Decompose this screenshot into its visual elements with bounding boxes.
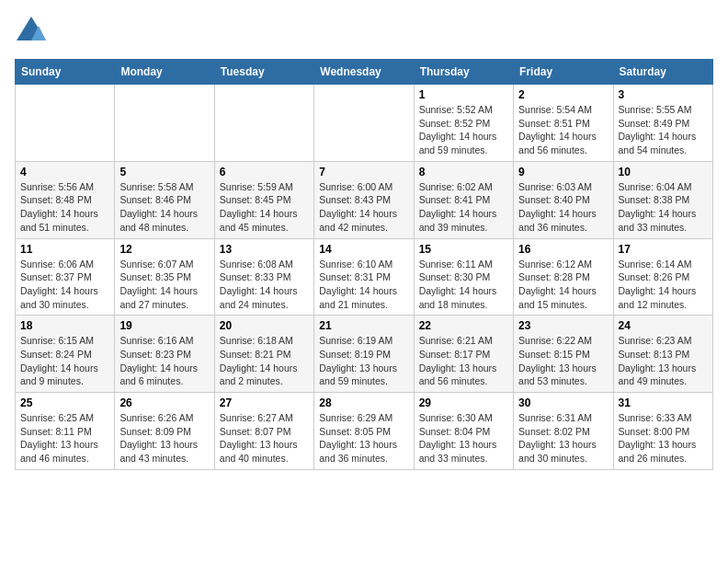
day-content: Sunrise: 6:27 AM Sunset: 8:07 PM Dayligh… (220, 411, 309, 465)
day-content: Sunrise: 6:23 AM Sunset: 8:13 PM Dayligh… (619, 334, 708, 388)
page-header (15, 15, 713, 48)
calendar-day-cell: 13Sunrise: 6:08 AM Sunset: 8:33 PM Dayli… (214, 238, 313, 316)
day-of-week-header: Tuesday (214, 60, 313, 85)
calendar-day-cell (16, 85, 115, 162)
day-number: 20 (220, 319, 309, 332)
day-number: 26 (119, 396, 209, 409)
calendar-header-row: SundayMondayTuesdayWednesdayThursdayFrid… (16, 60, 713, 85)
day-number: 7 (319, 166, 408, 178)
day-number: 17 (619, 243, 708, 256)
calendar-day-cell: 11Sunrise: 6:06 AM Sunset: 8:37 PM Dayli… (16, 238, 115, 316)
day-number: 10 (619, 166, 708, 178)
calendar-day-cell: 22Sunrise: 6:21 AM Sunset: 8:17 PM Dayli… (414, 316, 513, 393)
calendar-day-cell: 10Sunrise: 6:04 AM Sunset: 8:38 PM Dayli… (613, 161, 712, 238)
day-number: 18 (20, 319, 109, 332)
day-content: Sunrise: 6:22 AM Sunset: 8:15 PM Dayligh… (518, 334, 608, 388)
day-content: Sunrise: 6:19 AM Sunset: 8:19 PM Dayligh… (319, 334, 408, 388)
day-content: Sunrise: 6:18 AM Sunset: 8:21 PM Dayligh… (220, 334, 309, 388)
day-of-week-header: Thursday (414, 60, 513, 85)
day-number: 28 (319, 396, 408, 409)
logo (15, 15, 51, 48)
day-content: Sunrise: 6:07 AM Sunset: 8:35 PM Dayligh… (119, 258, 209, 312)
calendar-day-cell: 19Sunrise: 6:16 AM Sunset: 8:23 PM Dayli… (115, 316, 214, 393)
day-number: 13 (220, 243, 309, 256)
day-number: 19 (119, 319, 209, 332)
calendar-day-cell: 21Sunrise: 6:19 AM Sunset: 8:19 PM Dayli… (314, 316, 414, 393)
day-of-week-header: Monday (115, 60, 214, 85)
day-content: Sunrise: 5:55 AM Sunset: 8:49 PM Dayligh… (619, 103, 708, 157)
day-content: Sunrise: 5:54 AM Sunset: 8:51 PM Dayligh… (518, 103, 608, 157)
day-content: Sunrise: 6:03 AM Sunset: 8:40 PM Dayligh… (518, 180, 608, 235)
day-number: 4 (20, 166, 109, 178)
day-of-week-header: Friday (514, 60, 613, 85)
day-content: Sunrise: 6:15 AM Sunset: 8:24 PM Dayligh… (20, 334, 109, 388)
day-content: Sunrise: 5:59 AM Sunset: 8:45 PM Dayligh… (220, 180, 309, 235)
day-number: 9 (518, 166, 608, 178)
day-number: 14 (319, 243, 408, 256)
calendar-day-cell: 4Sunrise: 5:56 AM Sunset: 8:48 PM Daylig… (16, 161, 115, 238)
calendar-day-cell: 23Sunrise: 6:22 AM Sunset: 8:15 PM Dayli… (514, 316, 613, 393)
day-number: 30 (518, 396, 608, 409)
calendar-day-cell: 5Sunrise: 5:58 AM Sunset: 8:46 PM Daylig… (115, 161, 214, 238)
calendar-day-cell: 30Sunrise: 6:31 AM Sunset: 8:02 PM Dayli… (514, 393, 613, 470)
day-number: 23 (518, 319, 608, 332)
day-content: Sunrise: 6:21 AM Sunset: 8:17 PM Dayligh… (419, 334, 508, 388)
day-number: 31 (619, 396, 708, 409)
day-content: Sunrise: 6:26 AM Sunset: 8:09 PM Dayligh… (119, 411, 209, 465)
day-number: 8 (419, 166, 508, 178)
calendar-day-cell: 1Sunrise: 5:52 AM Sunset: 8:52 PM Daylig… (414, 85, 513, 162)
calendar-day-cell: 6Sunrise: 5:59 AM Sunset: 8:45 PM Daylig… (214, 161, 313, 238)
day-content: Sunrise: 6:16 AM Sunset: 8:23 PM Dayligh… (119, 334, 209, 388)
calendar-week-row: 4Sunrise: 5:56 AM Sunset: 8:48 PM Daylig… (16, 161, 713, 238)
day-content: Sunrise: 6:25 AM Sunset: 8:11 PM Dayligh… (20, 411, 109, 465)
calendar-day-cell: 3Sunrise: 5:55 AM Sunset: 8:49 PM Daylig… (613, 85, 712, 162)
calendar-day-cell: 7Sunrise: 6:00 AM Sunset: 8:43 PM Daylig… (314, 161, 414, 238)
calendar-day-cell: 31Sunrise: 6:33 AM Sunset: 8:00 PM Dayli… (613, 393, 712, 470)
calendar-week-row: 25Sunrise: 6:25 AM Sunset: 8:11 PM Dayli… (16, 393, 713, 470)
calendar-day-cell: 27Sunrise: 6:27 AM Sunset: 8:07 PM Dayli… (214, 393, 313, 470)
day-number: 2 (518, 88, 608, 101)
day-number: 11 (20, 243, 109, 256)
day-content: Sunrise: 5:56 AM Sunset: 8:48 PM Dayligh… (20, 180, 109, 235)
day-of-week-header: Saturday (613, 60, 712, 85)
day-number: 5 (119, 166, 209, 178)
day-number: 15 (419, 243, 508, 256)
calendar-day-cell (314, 85, 414, 162)
day-content: Sunrise: 6:04 AM Sunset: 8:38 PM Dayligh… (619, 180, 708, 235)
day-number: 21 (319, 319, 408, 332)
day-number: 12 (119, 243, 209, 256)
calendar-day-cell: 16Sunrise: 6:12 AM Sunset: 8:28 PM Dayli… (514, 238, 613, 316)
calendar-day-cell: 25Sunrise: 6:25 AM Sunset: 8:11 PM Dayli… (16, 393, 115, 470)
calendar-day-cell: 14Sunrise: 6:10 AM Sunset: 8:31 PM Dayli… (314, 238, 414, 316)
calendar-day-cell: 12Sunrise: 6:07 AM Sunset: 8:35 PM Dayli… (115, 238, 214, 316)
calendar-day-cell: 8Sunrise: 6:02 AM Sunset: 8:41 PM Daylig… (414, 161, 513, 238)
day-content: Sunrise: 6:14 AM Sunset: 8:26 PM Dayligh… (619, 258, 708, 312)
day-number: 29 (419, 396, 508, 409)
calendar-day-cell: 2Sunrise: 5:54 AM Sunset: 8:51 PM Daylig… (514, 85, 613, 162)
day-content: Sunrise: 6:12 AM Sunset: 8:28 PM Dayligh… (518, 258, 608, 312)
day-number: 25 (20, 396, 109, 409)
day-content: Sunrise: 6:08 AM Sunset: 8:33 PM Dayligh… (220, 258, 309, 312)
calendar-day-cell: 26Sunrise: 6:26 AM Sunset: 8:09 PM Dayli… (115, 393, 214, 470)
calendar-day-cell (115, 85, 214, 162)
calendar-day-cell: 17Sunrise: 6:14 AM Sunset: 8:26 PM Dayli… (613, 238, 712, 316)
calendar-day-cell: 18Sunrise: 6:15 AM Sunset: 8:24 PM Dayli… (16, 316, 115, 393)
day-of-week-header: Wednesday (314, 60, 414, 85)
calendar-week-row: 11Sunrise: 6:06 AM Sunset: 8:37 PM Dayli… (16, 238, 713, 316)
day-content: Sunrise: 6:11 AM Sunset: 8:30 PM Dayligh… (419, 258, 508, 312)
calendar-table: SundayMondayTuesdayWednesdayThursdayFrid… (15, 59, 713, 470)
calendar-day-cell: 28Sunrise: 6:29 AM Sunset: 8:05 PM Dayli… (314, 393, 414, 470)
day-content: Sunrise: 5:58 AM Sunset: 8:46 PM Dayligh… (119, 180, 209, 235)
logo-icon (15, 15, 48, 48)
day-number: 22 (419, 319, 508, 332)
day-number: 3 (619, 88, 708, 101)
day-content: Sunrise: 6:06 AM Sunset: 8:37 PM Dayligh… (20, 258, 109, 312)
day-of-week-header: Sunday (16, 60, 115, 85)
calendar-day-cell: 15Sunrise: 6:11 AM Sunset: 8:30 PM Dayli… (414, 238, 513, 316)
day-content: Sunrise: 6:30 AM Sunset: 8:04 PM Dayligh… (419, 411, 508, 465)
day-number: 16 (518, 243, 608, 256)
day-number: 27 (220, 396, 309, 409)
day-number: 24 (619, 319, 708, 332)
calendar-day-cell: 9Sunrise: 6:03 AM Sunset: 8:40 PM Daylig… (514, 161, 613, 238)
day-content: Sunrise: 5:52 AM Sunset: 8:52 PM Dayligh… (419, 103, 508, 157)
